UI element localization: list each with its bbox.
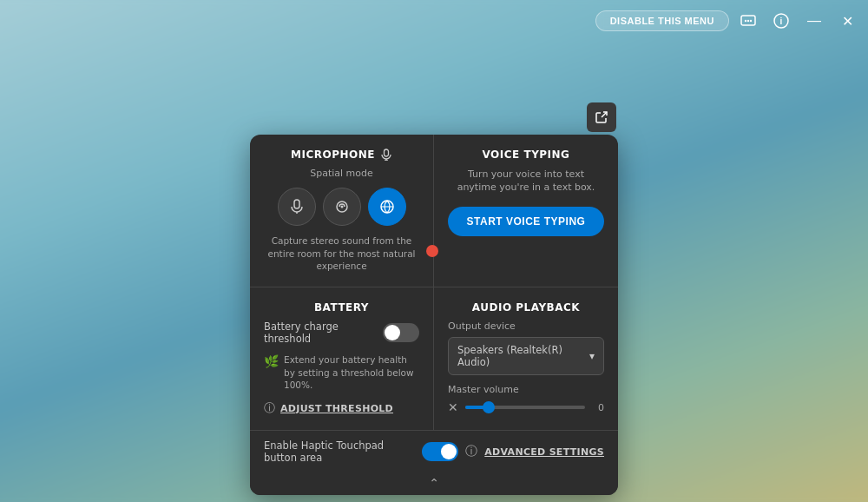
voice-typing-section: VOICE TYPING Turn your voice into text a… <box>434 135 618 287</box>
svg-text:i: i <box>780 17 783 26</box>
output-device-label: Output device <box>448 320 604 332</box>
mute-icon[interactable]: ✕ <box>448 400 458 414</box>
top-bar: DISABLE THIS MENU i — ✕ <box>595 7 861 35</box>
battery-threshold-label: Battery charge threshold <box>264 320 383 345</box>
volume-value: 0 <box>592 402 604 413</box>
haptic-toggle[interactable] <box>422 442 458 461</box>
minimize-icon: — <box>807 13 821 29</box>
audio-playback-section: AUDIO PLAYBACK Output device Speakers (R… <box>434 287 618 430</box>
chevron-down-icon: ▾ <box>589 350 595 362</box>
bottom-bar: Enable Haptic Touchpad button area ⓘ ADV… <box>250 430 618 472</box>
haptic-info-icon[interactable]: ⓘ <box>465 444 477 459</box>
info-circle-icon: ⓘ <box>264 400 275 416</box>
volume-slider-thumb[interactable] <box>483 401 495 413</box>
info-icon-button[interactable]: i <box>767 7 795 35</box>
adjust-threshold-button[interactable]: ⓘ ADJUST THRESHOLD <box>264 400 419 416</box>
chevron-up-icon: ⌃ <box>429 476 439 490</box>
main-panel: MICROPHONE Spatial mode <box>250 135 618 495</box>
svg-point-11 <box>340 206 343 208</box>
adjust-threshold-label: ADJUST THRESHOLD <box>280 403 393 414</box>
divider-dot <box>426 245 438 257</box>
output-device-value: Speakers (Realtek(R) Audio) <box>457 344 589 368</box>
master-volume-label: Master volume <box>448 384 604 395</box>
spatial-btn-voice[interactable] <box>323 188 361 226</box>
chat-icon-button[interactable] <box>734 7 762 35</box>
close-button[interactable]: ✕ <box>833 7 861 35</box>
advanced-settings-link[interactable]: ADVANCED SETTINGS <box>484 446 604 458</box>
spatial-mode-buttons <box>264 188 419 226</box>
battery-extend-info: 🌿 Extend your battery health by setting … <box>264 353 419 392</box>
svg-rect-9 <box>294 200 299 208</box>
toggle-thumb <box>385 325 400 340</box>
spatial-mode-label: Spatial mode <box>264 168 419 179</box>
microphone-section: MICROPHONE Spatial mode <box>250 135 434 287</box>
svg-rect-6 <box>384 149 388 156</box>
svg-point-2 <box>747 20 749 22</box>
battery-extend-text: Extend your battery health by setting a … <box>284 353 419 392</box>
external-link-button[interactable] <box>587 102 616 132</box>
spatial-btn-spatial[interactable] <box>368 188 406 226</box>
haptic-touchpad-label: Enable Haptic Touchpad button area <box>264 439 415 464</box>
volume-row: ✕ 0 <box>448 400 604 414</box>
microphone-title: MICROPHONE <box>264 149 419 161</box>
mic-standard-icon <box>289 199 305 215</box>
spatial-icon <box>379 199 395 215</box>
leaf-icon: 🌿 <box>264 354 279 368</box>
close-icon: ✕ <box>842 13 853 30</box>
voice-typing-title: VOICE TYPING <box>448 149 604 161</box>
microphone-icon <box>380 149 392 161</box>
haptic-toggle-thumb <box>441 444 457 459</box>
spatial-btn-standard[interactable] <box>278 188 316 226</box>
svg-point-3 <box>750 20 752 22</box>
audio-playback-title: AUDIO PLAYBACK <box>448 301 604 314</box>
bottom-chevron-bar: ⌃ <box>250 472 618 495</box>
voice-typing-description: Turn your voice into text anytime you're… <box>448 168 604 195</box>
svg-point-1 <box>745 20 746 22</box>
battery-section: BATTERY Battery charge threshold 🌿 Exten… <box>250 287 434 430</box>
minimize-button[interactable]: — <box>800 7 828 35</box>
battery-title: BATTERY <box>264 301 419 314</box>
voice-icon <box>334 199 350 215</box>
panel-grid: MICROPHONE Spatial mode <box>250 135 618 430</box>
start-voice-typing-button[interactable]: START VOICE TYPING <box>448 207 604 236</box>
microphone-description: Capture stereo sound from the entire roo… <box>264 234 419 273</box>
disable-menu-button[interactable]: DISABLE THIS MENU <box>595 10 729 31</box>
battery-threshold-toggle[interactable] <box>383 323 419 342</box>
battery-threshold-row: Battery charge threshold <box>264 320 419 345</box>
volume-slider-track[interactable] <box>465 406 585 409</box>
output-device-select[interactable]: Speakers (Realtek(R) Audio) ▾ <box>448 337 604 375</box>
